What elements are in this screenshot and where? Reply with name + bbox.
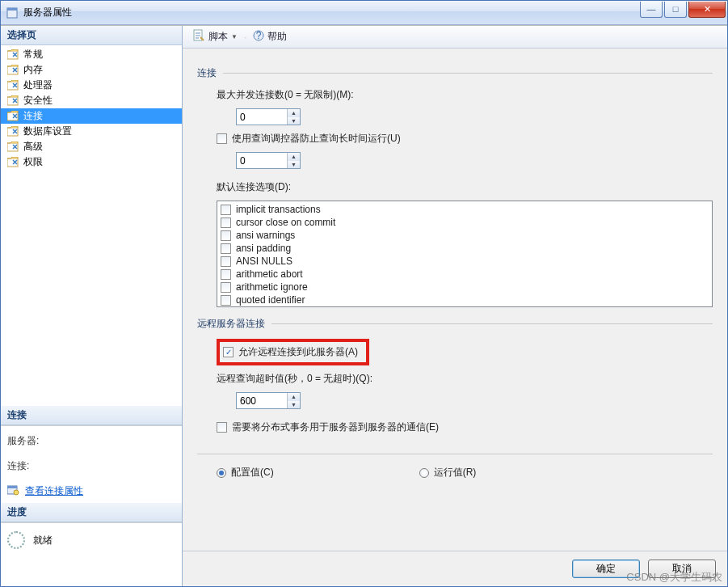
conn-label: 连接: (7, 459, 175, 473)
remote-timeout-label: 远程查询超时值(秒，0 = 无超时)(Q): (217, 372, 372, 386)
close-button[interactable]: ✕ (688, 2, 726, 18)
list-item[interactable]: quoted identifier (221, 294, 709, 306)
list-item[interactable]: ANSI NULLS (221, 255, 709, 268)
option-checkbox[interactable] (221, 269, 231, 280)
dtc-label: 需要将分布式事务用于服务器到服务器的通信(E) (232, 420, 439, 434)
option-checkbox[interactable] (221, 256, 231, 267)
running-values-radio[interactable]: 运行值(R) (419, 466, 477, 479)
group-connections-label: 连接 (197, 66, 217, 80)
spin-down-icon[interactable]: ▼ (288, 117, 300, 125)
script-button[interactable]: 脚本 ▼ (189, 27, 241, 46)
sidebar-item-label: 常规 (23, 48, 43, 61)
option-checkbox[interactable] (221, 205, 231, 215)
link-text: 查看连接属性 (25, 484, 83, 498)
governor-label: 使用查询调控器防止查询长时间运行(U) (232, 132, 401, 146)
option-checkbox[interactable] (221, 282, 231, 293)
sidebar-item-security[interactable]: 安全性 (1, 93, 182, 108)
progress-status: 就绪 (33, 534, 53, 547)
option-label: implicit transactions (236, 204, 321, 215)
sidebar-item-advanced[interactable]: 高级 (1, 139, 182, 154)
configured-label: 配置值(C) (231, 466, 274, 479)
spin-up-icon[interactable]: ▲ (288, 153, 300, 161)
sidebar-item-memory[interactable]: 内存 (1, 62, 182, 78)
sidebar-item-permissions[interactable]: 权限 (1, 154, 182, 170)
window-title: 服务器属性 (23, 6, 72, 19)
main: 脚本 ▼ · ? 帮助 连接 最大并发连接数(0 = 无限制)(M): (183, 26, 727, 586)
sidebar-item-processors[interactable]: 处理器 (1, 78, 182, 93)
list-item[interactable]: cursor close on commit (221, 216, 709, 229)
list-item[interactable]: implicit transactions (221, 203, 709, 216)
max-concurrent-label: 最大并发连接数(0 = 无限制)(M): (217, 88, 354, 102)
list-item[interactable]: arithmetic ignore (221, 281, 709, 294)
help-label: 帮助 (267, 30, 287, 44)
remote-timeout-field[interactable] (237, 393, 287, 408)
dtc-checkbox[interactable] (217, 422, 227, 433)
sidebar-item-connections[interactable]: 连接 (1, 108, 182, 124)
sidebar: 选择页 常规 内存 处理器 安全性 连接 数据库设置 高级 权限 连接 服务器:… (1, 26, 183, 586)
sidebar-item-label: 连接 (23, 109, 43, 123)
sidebar-item-label: 内存 (23, 63, 43, 77)
spin-down-icon[interactable]: ▼ (288, 401, 300, 409)
link-icon (7, 484, 20, 498)
progress-section: 就绪 (1, 522, 182, 586)
list-item[interactable]: arithmetic abort (221, 268, 709, 281)
page-icon (7, 141, 20, 153)
spin-up-icon[interactable]: ▲ (288, 393, 300, 401)
spin-down-icon[interactable]: ▼ (288, 161, 300, 169)
server-label: 服务器: (7, 434, 175, 448)
svg-text:?: ? (256, 30, 262, 41)
sidebar-item-database-settings[interactable]: 数据库设置 (1, 124, 182, 139)
list-item[interactable]: ansi padding (221, 242, 709, 255)
option-label: ansi padding (236, 243, 291, 254)
sidebar-item-label: 安全性 (23, 94, 53, 108)
svg-point-12 (14, 490, 19, 495)
select-page-header: 选择页 (1, 26, 182, 45)
option-label: quoted identifier (236, 294, 305, 306)
sidebar-item-general[interactable]: 常规 (1, 47, 182, 62)
option-label: arithmetic abort (236, 268, 303, 280)
list-item[interactable]: ansi warnings (221, 229, 709, 242)
governor-value-input[interactable]: ▲▼ (236, 152, 301, 169)
script-label: 脚本 (208, 30, 228, 44)
max-concurrent-input[interactable]: ▲▼ (236, 108, 301, 125)
minimize-button[interactable]: — (640, 2, 663, 18)
page-icon (7, 49, 20, 61)
titlebar: 服务器属性 — □ ✕ (1, 1, 727, 25)
max-concurrent-row: 最大并发连接数(0 = 无限制)(M): (217, 88, 713, 102)
maximize-button[interactable]: □ (664, 2, 687, 18)
configured-values-radio[interactable]: 配置值(C) (217, 466, 274, 479)
cancel-button[interactable]: 取消 (648, 560, 716, 578)
allow-remote-checkbox[interactable]: ✓ (223, 347, 234, 357)
window-buttons: — □ ✕ (638, 2, 726, 18)
governor-checkbox[interactable] (217, 133, 227, 144)
ok-label: 确定 (596, 562, 616, 576)
view-connection-properties-link[interactable]: 查看连接属性 (7, 484, 175, 498)
group-remote: 远程服务器连接 (197, 317, 713, 331)
max-concurrent-field[interactable] (237, 109, 287, 125)
option-label: arithmetic ignore (236, 281, 308, 293)
option-label: ansi warnings (236, 230, 295, 241)
script-icon (192, 29, 205, 44)
help-button[interactable]: ? 帮助 (250, 28, 290, 45)
footer: 确定 取消 (183, 551, 727, 586)
option-checkbox[interactable] (221, 230, 231, 241)
connection-header: 连接 (1, 406, 182, 425)
page-icon (7, 126, 20, 137)
chevron-down-icon: ▼ (231, 33, 238, 40)
running-label: 运行值(R) (434, 466, 477, 479)
default-options-listbox[interactable]: implicit transactions cursor close on co… (217, 201, 713, 307)
sidebar-item-label: 数据库设置 (23, 125, 72, 138)
group-remote-label: 远程服务器连接 (197, 317, 265, 331)
option-checkbox[interactable] (221, 243, 231, 254)
option-checkbox[interactable] (221, 295, 231, 306)
page-icon (7, 111, 20, 122)
progress-header: 进度 (1, 503, 182, 522)
spin-up-icon[interactable]: ▲ (288, 109, 300, 117)
page-icon (7, 80, 20, 91)
content: 连接 最大并发连接数(0 = 无限制)(M): ▲▼ 使用查询调控器防止查询长时… (183, 49, 727, 551)
remote-timeout-input[interactable]: ▲▼ (236, 392, 301, 409)
governor-value-field[interactable] (237, 153, 287, 168)
ok-button[interactable]: 确定 (572, 560, 640, 578)
allow-remote-label: 允许远程连接到此服务器(A) (238, 345, 358, 359)
option-checkbox[interactable] (221, 217, 231, 228)
